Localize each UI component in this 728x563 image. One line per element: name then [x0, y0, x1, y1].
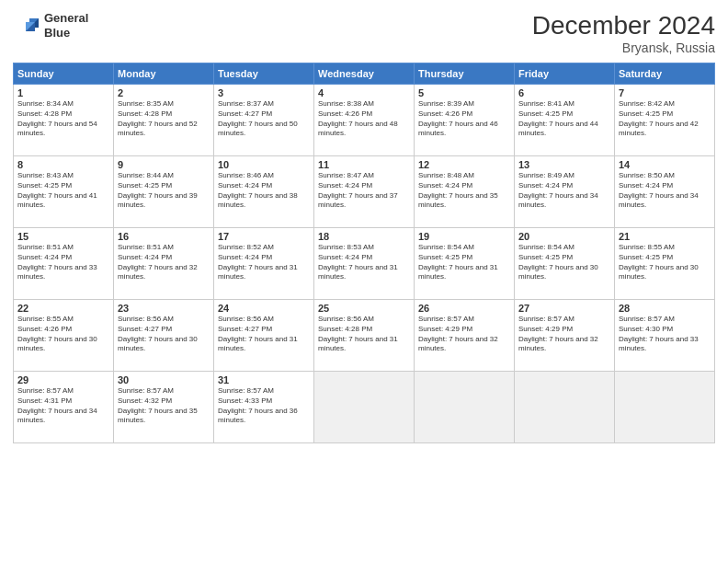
table-row: 5Sunrise: 8:39 AMSunset: 4:26 PMDaylight… [415, 85, 515, 156]
table-row [415, 372, 515, 443]
table-row: 24Sunrise: 8:56 AMSunset: 4:27 PMDayligh… [214, 300, 314, 372]
col-wednesday: Wednesday [314, 63, 415, 85]
calendar-row: 1Sunrise: 8:34 AMSunset: 4:28 PMDaylight… [14, 85, 715, 156]
location-subtitle: Bryansk, Russia [532, 40, 715, 55]
table-row: 3Sunrise: 8:37 AMSunset: 4:27 PMDaylight… [214, 85, 314, 156]
calendar-row: 8Sunrise: 8:43 AMSunset: 4:25 PMDaylight… [14, 156, 715, 228]
table-row: 11Sunrise: 8:47 AMSunset: 4:24 PMDayligh… [314, 156, 415, 228]
table-row: 2Sunrise: 8:35 AMSunset: 4:28 PMDaylight… [114, 85, 214, 156]
table-row: 31Sunrise: 8:57 AMSunset: 4:33 PMDayligh… [214, 372, 314, 443]
table-row: 6Sunrise: 8:41 AMSunset: 4:25 PMDaylight… [515, 85, 615, 156]
calendar-table: Sunday Monday Tuesday Wednesday Thursday… [13, 63, 715, 443]
calendar-row: 15Sunrise: 8:51 AMSunset: 4:24 PMDayligh… [14, 228, 715, 300]
table-row: 10Sunrise: 8:46 AMSunset: 4:24 PMDayligh… [214, 156, 314, 228]
table-row: 18Sunrise: 8:53 AMSunset: 4:24 PMDayligh… [314, 228, 415, 300]
col-saturday: Saturday [615, 63, 715, 85]
table-row: 22Sunrise: 8:55 AMSunset: 4:26 PMDayligh… [14, 300, 114, 372]
header-row: Sunday Monday Tuesday Wednesday Thursday… [14, 63, 715, 85]
table-row [615, 372, 715, 443]
month-title: December 2024 [532, 11, 715, 40]
col-friday: Friday [515, 63, 615, 85]
col-tuesday: Tuesday [214, 63, 314, 85]
logo-text: General Blue [44, 11, 88, 40]
table-row: 28Sunrise: 8:57 AMSunset: 4:30 PMDayligh… [615, 300, 715, 372]
table-row: 25Sunrise: 8:56 AMSunset: 4:28 PMDayligh… [314, 300, 415, 372]
logo: General Blue [13, 11, 88, 40]
table-row: 4Sunrise: 8:38 AMSunset: 4:26 PMDaylight… [314, 85, 415, 156]
table-row: 26Sunrise: 8:57 AMSunset: 4:29 PMDayligh… [415, 300, 515, 372]
table-row: 15Sunrise: 8:51 AMSunset: 4:24 PMDayligh… [14, 228, 114, 300]
table-row: 13Sunrise: 8:49 AMSunset: 4:24 PMDayligh… [515, 156, 615, 228]
table-row: 21Sunrise: 8:55 AMSunset: 4:25 PMDayligh… [615, 228, 715, 300]
table-row: 16Sunrise: 8:51 AMSunset: 4:24 PMDayligh… [114, 228, 214, 300]
header: General Blue December 2024 Bryansk, Russ… [13, 11, 715, 55]
table-row: 17Sunrise: 8:52 AMSunset: 4:24 PMDayligh… [214, 228, 314, 300]
table-row: 29Sunrise: 8:57 AMSunset: 4:31 PMDayligh… [14, 372, 114, 443]
table-row: 23Sunrise: 8:56 AMSunset: 4:27 PMDayligh… [114, 300, 214, 372]
title-section: December 2024 Bryansk, Russia [532, 11, 715, 55]
col-sunday: Sunday [14, 63, 114, 85]
table-row: 1Sunrise: 8:34 AMSunset: 4:28 PMDaylight… [14, 85, 114, 156]
col-thursday: Thursday [415, 63, 515, 85]
table-row: 27Sunrise: 8:57 AMSunset: 4:29 PMDayligh… [515, 300, 615, 372]
table-row: 14Sunrise: 8:50 AMSunset: 4:24 PMDayligh… [615, 156, 715, 228]
calendar-container: General Blue December 2024 Bryansk, Russ… [0, 0, 728, 563]
table-row [314, 372, 415, 443]
calendar-row: 22Sunrise: 8:55 AMSunset: 4:26 PMDayligh… [14, 300, 715, 372]
table-row [515, 372, 615, 443]
table-row: 8Sunrise: 8:43 AMSunset: 4:25 PMDaylight… [14, 156, 114, 228]
col-monday: Monday [114, 63, 214, 85]
table-row: 20Sunrise: 8:54 AMSunset: 4:25 PMDayligh… [515, 228, 615, 300]
calendar-row: 29Sunrise: 8:57 AMSunset: 4:31 PMDayligh… [14, 372, 715, 443]
table-row: 19Sunrise: 8:54 AMSunset: 4:25 PMDayligh… [415, 228, 515, 300]
table-row: 9Sunrise: 8:44 AMSunset: 4:25 PMDaylight… [114, 156, 214, 228]
logo-icon [13, 15, 40, 37]
table-row: 30Sunrise: 8:57 AMSunset: 4:32 PMDayligh… [114, 372, 214, 443]
table-row: 12Sunrise: 8:48 AMSunset: 4:24 PMDayligh… [415, 156, 515, 228]
table-row: 7Sunrise: 8:42 AMSunset: 4:25 PMDaylight… [615, 85, 715, 156]
